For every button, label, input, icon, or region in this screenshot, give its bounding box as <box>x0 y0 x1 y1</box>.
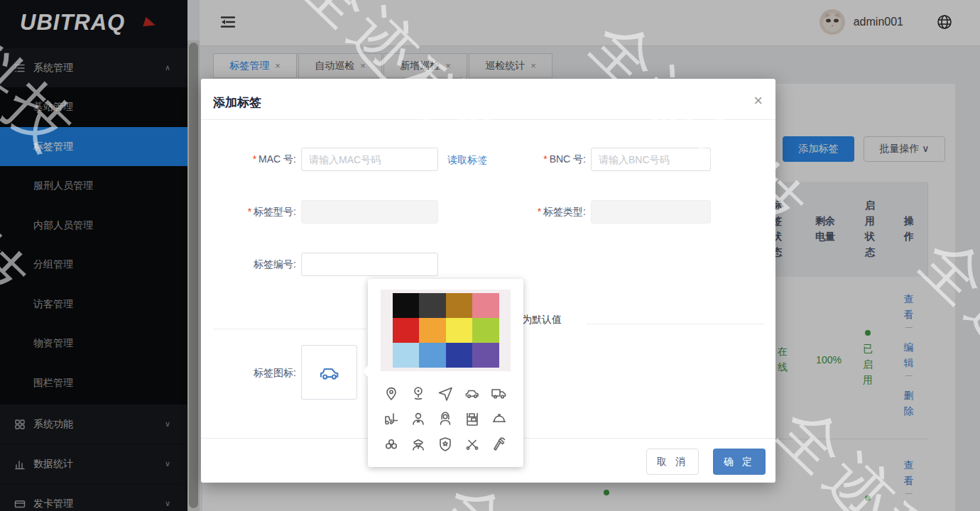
popup-caret <box>363 366 368 377</box>
default-value-hint: 为默认值 <box>522 314 562 326</box>
color-swatch[interactable] <box>419 343 446 368</box>
shelf-icon[interactable] <box>464 410 481 427</box>
color-swatch[interactable] <box>446 318 473 343</box>
tag-type-label: *标签类型: <box>522 206 586 219</box>
scissors-icon[interactable] <box>464 436 481 453</box>
car-icon <box>317 361 342 385</box>
required-asterisk: * <box>543 153 547 165</box>
color-swatch[interactable] <box>472 293 499 318</box>
required-asterisk: * <box>248 206 251 217</box>
forklift-icon[interactable] <box>383 410 400 427</box>
color-swatch[interactable] <box>393 293 420 318</box>
tag-icon-button[interactable] <box>301 345 357 400</box>
divider <box>213 329 366 329</box>
color-swatch[interactable] <box>446 293 473 318</box>
officer-icon[interactable] <box>410 436 427 453</box>
tag-model-label: *标签型号: <box>232 206 296 219</box>
bnc-label: *BNC 号: <box>522 153 586 166</box>
color-palette <box>381 290 511 371</box>
color-swatch[interactable] <box>446 343 473 368</box>
pin-person-icon[interactable] <box>383 385 400 402</box>
tag-code-input[interactable] <box>301 253 438 276</box>
color-swatch[interactable] <box>393 343 420 368</box>
color-swatch[interactable] <box>419 318 446 343</box>
car-icon[interactable] <box>464 385 481 402</box>
color-swatch[interactable] <box>472 318 499 343</box>
tag-type-field[interactable] <box>591 200 711 224</box>
man-icon[interactable] <box>410 410 427 427</box>
mac-label: *MAC 号: <box>232 153 296 166</box>
pin-camera-icon[interactable] <box>410 385 427 402</box>
modal-title: 添加标签 <box>213 94 261 111</box>
mac-input[interactable] <box>301 148 438 171</box>
badge-icon[interactable] <box>437 436 454 453</box>
confirm-button[interactable]: 确 定 <box>713 449 766 475</box>
helmet-icon[interactable] <box>491 410 508 427</box>
truck-icon[interactable] <box>491 385 508 402</box>
tag-icon-label: 标签图标: <box>232 367 296 380</box>
app-screen: UBITRAQ 系统管理 ∧ 基站管理 标签管理 服刑人员管理 内部人员管理 分… <box>0 0 980 511</box>
divider <box>587 324 764 324</box>
icon-grid <box>378 380 513 457</box>
cancel-button[interactable]: 取 消 <box>646 449 699 475</box>
divider <box>201 119 775 120</box>
gas-mask-icon[interactable] <box>383 436 400 453</box>
close-icon[interactable]: × <box>753 93 763 109</box>
tag-code-label: 标签编号: <box>232 258 296 271</box>
color-swatch[interactable] <box>472 343 499 368</box>
bnc-input[interactable] <box>591 148 711 171</box>
hammer-icon[interactable] <box>491 436 508 453</box>
color-swatch[interactable] <box>419 293 446 318</box>
required-asterisk: * <box>538 206 541 217</box>
tag-model-field[interactable] <box>301 200 438 224</box>
read-tag-link[interactable]: 读取标签 <box>447 154 487 167</box>
woman-icon[interactable] <box>437 410 454 427</box>
required-asterisk: * <box>253 153 256 165</box>
icon-picker-popup <box>368 279 523 467</box>
color-swatch[interactable] <box>393 318 420 343</box>
nav-arrow-icon[interactable] <box>437 385 454 402</box>
